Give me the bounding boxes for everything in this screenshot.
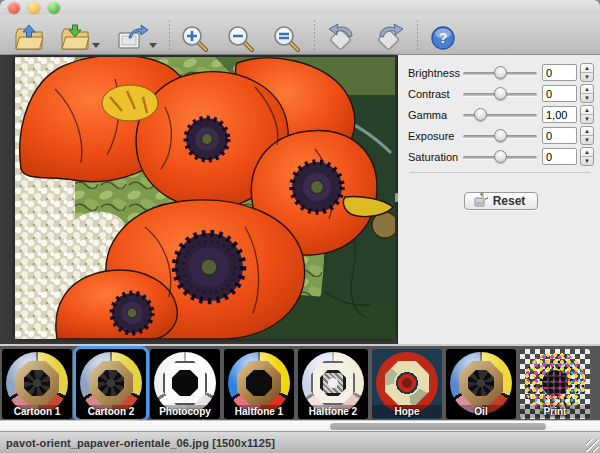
adjustment-row: Gamma ▲ ▼	[408, 104, 594, 125]
adjustment-row: Contrast ▲ ▼	[408, 83, 594, 104]
app-window: ?	[0, 0, 600, 453]
slider-knob[interactable]	[474, 108, 487, 121]
panel-separator	[410, 172, 590, 173]
titlebar[interactable]	[0, 0, 600, 15]
adjustment-stepper[interactable]: ▲ ▼	[580, 84, 594, 103]
stepper-up-icon[interactable]: ▲	[581, 85, 593, 94]
filter-thumbnail[interactable]: Cartoon 2	[76, 349, 146, 419]
adjustment-slider[interactable]	[463, 66, 537, 80]
hscroll-thumb[interactable]	[330, 423, 546, 430]
slider-knob[interactable]	[494, 66, 507, 79]
adjustment-row: Exposure ▲ ▼	[408, 125, 594, 146]
zoom-actual-size-button[interactable]	[269, 18, 307, 52]
zoom-actual-size-icon	[272, 24, 304, 52]
slider-knob[interactable]	[494, 87, 507, 100]
resize-grip[interactable]	[586, 439, 599, 452]
filter-label: Cartoon 2	[76, 405, 146, 418]
reset-icon	[473, 193, 488, 208]
stepper-down-icon[interactable]: ▼	[581, 73, 593, 81]
adjustment-row: Brightness ▲ ▼	[408, 62, 594, 83]
zoom-in-icon	[180, 24, 212, 52]
filter-filmstrip: Cartoon 1 Cartoon 2 Photocopy Haltfone	[0, 344, 600, 420]
adjustment-stepper[interactable]: ▲ ▼	[580, 147, 594, 166]
help-button[interactable]: ?	[425, 18, 461, 52]
preview-image	[15, 57, 395, 339]
save-button[interactable]	[56, 18, 105, 52]
stepper-up-icon[interactable]: ▲	[581, 127, 593, 136]
filter-label: Print	[520, 405, 590, 418]
adjustment-label: Saturation	[408, 151, 463, 163]
filter-thumbnail[interactable]: Oil	[446, 349, 516, 419]
save-dropdown-arrow[interactable]	[92, 43, 100, 48]
adjustment-label: Gamma	[408, 109, 463, 121]
adjustment-value-field[interactable]	[542, 106, 577, 123]
adjustment-stepper[interactable]: ▲ ▼	[580, 63, 594, 82]
filter-thumbnail[interactable]: Cartoon 1	[2, 349, 72, 419]
filter-thumbnail[interactable]: Photocopy	[150, 349, 220, 419]
filter-preview-core	[542, 370, 568, 396]
toolbar-separator	[417, 20, 418, 50]
toolbar-separator	[314, 20, 315, 50]
adjustment-value-field[interactable]	[542, 64, 577, 81]
filter-thumbnail[interactable]: Haltfone 2	[298, 349, 368, 419]
adjustment-slider[interactable]	[463, 108, 537, 122]
adjustment-slider[interactable]	[463, 87, 537, 101]
adjustment-slider[interactable]	[463, 150, 537, 164]
rotate-right-icon	[373, 24, 407, 52]
open-folder-icon	[13, 24, 45, 52]
reset-button[interactable]: Reset	[464, 192, 539, 210]
export-icon	[116, 24, 148, 52]
filter-label: Oil	[446, 405, 516, 418]
adjustment-slider[interactable]	[463, 129, 537, 143]
export-dropdown-arrow[interactable]	[149, 43, 157, 48]
adjustment-stepper[interactable]: ▲ ▼	[580, 105, 594, 124]
stepper-up-icon[interactable]: ▲	[581, 148, 593, 157]
filter-label: Haltfone 2	[298, 405, 368, 418]
svg-text:?: ?	[439, 30, 448, 46]
rotate-right-button[interactable]	[370, 18, 410, 52]
main-content: Brightness ▲ ▼ Contrast	[0, 55, 600, 344]
export-button[interactable]	[113, 18, 162, 52]
stepper-up-icon[interactable]: ▲	[581, 106, 593, 115]
stepper-up-icon[interactable]: ▲	[581, 64, 593, 73]
filter-label: Photocopy	[150, 405, 220, 418]
stepper-down-icon[interactable]: ▼	[581, 157, 593, 165]
adjustment-value-field[interactable]	[542, 148, 577, 165]
adjustment-label: Contrast	[408, 88, 463, 100]
zoom-in-button[interactable]	[177, 18, 215, 52]
zoom-window-button[interactable]	[48, 2, 60, 14]
rotate-left-button[interactable]	[322, 18, 362, 52]
zoom-out-button[interactable]	[223, 18, 261, 52]
slider-knob[interactable]	[494, 129, 507, 142]
toolbar-separator	[169, 20, 170, 50]
stepper-down-icon[interactable]: ▼	[581, 115, 593, 123]
filter-thumbnail[interactable]: Hope	[372, 349, 442, 419]
adjustments-panel: Brightness ▲ ▼ Contrast	[398, 55, 600, 344]
status-text: pavot-orient_papaver-orientale_06.jpg [1…	[0, 437, 275, 449]
open-button[interactable]	[10, 18, 48, 52]
adjustment-value-field[interactable]	[542, 127, 577, 144]
filter-label: Cartoon 1	[2, 405, 72, 418]
stepper-down-icon[interactable]: ▼	[581, 94, 593, 102]
filter-label: Haltfone 1	[224, 405, 294, 418]
adjustment-stepper[interactable]: ▲ ▼	[580, 126, 594, 145]
save-folder-icon	[59, 24, 91, 52]
minimize-button[interactable]	[28, 2, 40, 14]
splitter-handle[interactable]	[395, 193, 398, 202]
filter-label: Hope	[372, 405, 442, 418]
help-icon: ?	[428, 24, 458, 52]
status-bar: pavot-orient_papaver-orientale_06.jpg [1…	[0, 431, 600, 453]
adjustment-label: Brightness	[408, 67, 463, 79]
toolbar: ?	[0, 15, 600, 55]
adjustment-value-field[interactable]	[542, 85, 577, 102]
adjustment-label: Exposure	[408, 130, 463, 142]
filmstrip-scrollbar[interactable]	[0, 420, 600, 431]
close-button[interactable]	[8, 2, 20, 14]
zoom-out-icon	[226, 24, 258, 52]
filter-thumbnail[interactable]: Haltfone 1	[224, 349, 294, 419]
reset-label: Reset	[493, 194, 526, 208]
image-canvas	[0, 55, 398, 344]
filter-thumbnail[interactable]: Print	[520, 349, 590, 419]
stepper-down-icon[interactable]: ▼	[581, 136, 593, 144]
slider-knob[interactable]	[494, 150, 507, 163]
